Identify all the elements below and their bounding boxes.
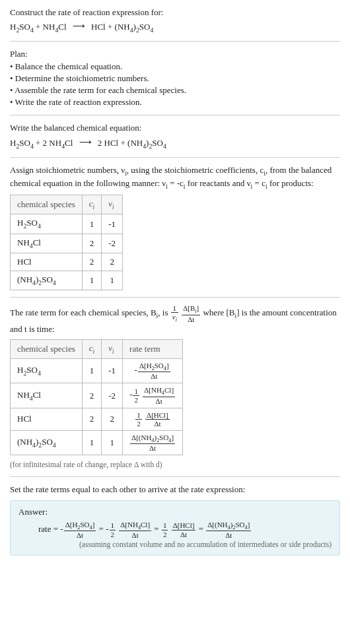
table-row: HCl 2 2 12 Δ[HCl]Δt: [11, 408, 183, 430]
plan-item: • Determine the stoichiometric numbers.: [10, 73, 340, 84]
header-section: Construct the rate of reaction expressio…: [10, 7, 340, 34]
final-section: Set the rate terms equal to each other t…: [10, 484, 340, 556]
plan-section: Plan: • Balance the chemical equation. •…: [10, 48, 340, 108]
divider: [10, 157, 340, 158]
col-species: chemical species: [11, 195, 83, 214]
table-row: (NH4)2SO4 1 1: [11, 271, 123, 290]
table-row: NH4Cl 2 -2: [11, 234, 123, 253]
table-row: (NH4)2SO4 1 1 Δ[(NH4)2SO4]Δt: [11, 431, 183, 455]
stoich-table: chemical species ci νi H2SO4 1 -1 NH4Cl …: [10, 195, 123, 290]
col-species: chemical species: [11, 339, 83, 358]
divider: [10, 476, 340, 477]
final-label: Set the rate terms equal to each other t…: [10, 484, 340, 496]
plan-item: • Balance the chemical equation.: [10, 61, 340, 73]
answer-note: (assuming constant volume and no accumul…: [18, 539, 332, 550]
assign-section: Assign stoichiometric numbers, νi, using…: [10, 164, 340, 291]
col-ci: ci: [82, 195, 102, 214]
col-vi: νi: [102, 195, 123, 214]
frac-dBi-dt: Δ[Bi]Δt: [182, 304, 200, 323]
infinitesimal-note: (for infinitesimal rate of change, repla…: [10, 459, 340, 470]
frac-1-over-vi: 1νi: [171, 304, 178, 323]
table-row: NH4Cl 2 -2 -12 Δ[NH4Cl]Δt: [11, 383, 183, 408]
plan-item: • Assemble the rate term for each chemic…: [10, 84, 340, 96]
col-vi: νi: [102, 339, 123, 358]
answer-equation: rate = -Δ[H2SO4]Δt = -12 Δ[NH4Cl]Δt = 12…: [38, 521, 332, 539]
rateterm-section: The rate term for each chemical species,…: [10, 304, 340, 470]
table-row: H2SO4 1 -1 -Δ[H2SO4]Δt: [11, 359, 183, 383]
rateterm-table: chemical species ci νi rate term H2SO4 1…: [10, 339, 183, 455]
balanced-equation: H2SO4 + 2 NH4Cl ⟶ 2 HCl + (NH4)2SO4: [10, 137, 340, 150]
header-equation: H2SO4 + NH4Cl ⟶ HCl + (NH4)2SO4: [10, 21, 340, 34]
col-ci: ci: [82, 339, 102, 358]
balanced-label: Write the balanced chemical equation:: [10, 122, 340, 134]
col-rate: rate term: [123, 339, 183, 358]
divider: [10, 115, 340, 115]
plan-item: • Write the rate of reaction expression.: [10, 96, 340, 108]
answer-label: Answer:: [18, 506, 332, 518]
answer-box: Answer: rate = -Δ[H2SO4]Δt = -12 Δ[NH4Cl…: [10, 500, 340, 556]
balanced-section: Write the balanced chemical equation: H2…: [10, 122, 340, 150]
plan-label: Plan:: [10, 48, 340, 60]
table-row: H2SO4 1 -1: [11, 214, 123, 234]
header-title: Construct the rate of reaction expressio…: [10, 7, 340, 18]
table-row: HCl 2 2: [11, 253, 123, 271]
divider: [10, 41, 340, 42]
divider: [10, 297, 340, 298]
